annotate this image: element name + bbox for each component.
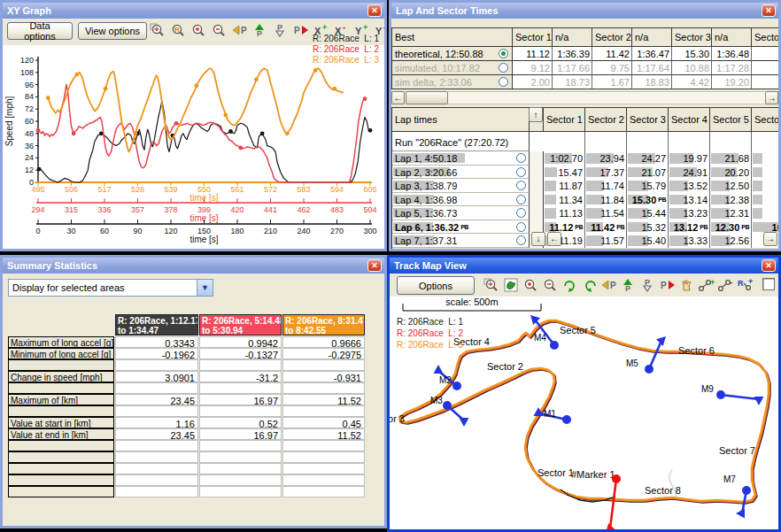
marker-next-icon[interactable]: P [659, 278, 677, 292]
zoom-window-icon[interactable] [150, 23, 167, 37]
scroll-right-icon[interactable]: → [765, 91, 778, 104]
node-delete-icon[interactable]: - [717, 278, 735, 292]
track-marker-blue[interactable] [550, 341, 559, 350]
lap-vscroll-track[interactable] [530, 166, 544, 180]
run-row-label[interactable]: Run "206Race" (27:20.72) [392, 132, 530, 151]
lap-row-radio[interactable] [516, 195, 526, 204]
best-row-label[interactable]: theoretical, 12:50.88 [392, 47, 513, 61]
rotate-ccw-icon[interactable] [581, 278, 599, 292]
marker-add-icon[interactable]: P [620, 278, 638, 292]
track-marker-blue[interactable] [742, 486, 751, 495]
column-header[interactable]: Sector 5 [710, 108, 752, 132]
summary-column-header[interactable]: R: 206Race, 1:12.17to 1:34.47 [115, 314, 198, 335]
marker-prev-icon[interactable]: P [600, 278, 618, 292]
close-icon[interactable] [762, 4, 776, 17]
xy-chart-plot[interactable]: 01224364860728496108120Speed [mph]495506… [3, 45, 384, 249]
zoom-out-icon[interactable] [542, 278, 560, 292]
lap-row-label[interactable]: Lap 7, 1:37.31 [392, 234, 530, 248]
view-options-button[interactable]: View options [78, 22, 147, 40]
svg-text:294: 294 [31, 205, 44, 214]
lap-vscroll-track[interactable] [530, 179, 544, 193]
window-title: Lap And Sector Times [396, 5, 499, 16]
node-add-icon[interactable]: + [698, 278, 715, 292]
track-marker-blue[interactable] [452, 382, 461, 390]
marker-prev-icon[interactable]: P [231, 23, 249, 37]
scroll-left-icon[interactable]: ← [391, 91, 405, 104]
marker-delete-icon[interactable]: P [272, 23, 290, 37]
svg-text:90: 90 [133, 227, 142, 235]
close-icon[interactable] [762, 259, 776, 272]
lap-row-radio[interactable] [516, 235, 526, 245]
best-row-radio[interactable] [499, 77, 508, 87]
column-header[interactable]: Sector 1 [544, 108, 585, 132]
lap-cell-value: 19.97 [669, 151, 709, 164]
scroll-down-icon[interactable]: ↓ [531, 232, 545, 246]
track-marker-red[interactable] [612, 474, 621, 483]
close-icon[interactable] [367, 4, 382, 17]
lap-row-radio[interactable] [516, 222, 526, 232]
scroll-left-icon[interactable]: ← [547, 232, 561, 246]
best-row-label[interactable]: simulated, 10:17.82 [392, 61, 513, 75]
lap-row-label[interactable]: Lap 6, 1:36.32PB [392, 220, 530, 235]
lap-vscroll-track[interactable] [530, 193, 544, 207]
zoom-out-icon[interactable] [211, 23, 228, 37]
column-header[interactable]: Sector 1 [513, 28, 553, 47]
zoom-window-icon[interactable] [483, 278, 501, 292]
lap-row-label[interactable]: Lap 3, 1:38.79 [392, 179, 530, 193]
best-row-label[interactable]: sim delta, 2:33.06 [392, 75, 513, 89]
lap-row-radio[interactable] [516, 208, 526, 218]
zoom-in-icon[interactable] [190, 23, 208, 37]
track-marker-blue[interactable] [562, 415, 571, 424]
options-button[interactable]: Options [397, 276, 475, 295]
pan-icon[interactable] [678, 278, 696, 292]
data-options-button[interactable]: Data options [7, 22, 73, 40]
zoom-track-icon[interactable]: R [170, 23, 188, 37]
column-header[interactable]: Sector 6 [752, 108, 778, 132]
track-map-titlebar[interactable]: Track Map View [390, 258, 778, 274]
lap-vscroll-track[interactable] [530, 151, 544, 166]
summary-column-header[interactable]: R: 206Race, 5:14.48to 5:30.94 [199, 314, 282, 335]
lap-row-radio[interactable] [516, 181, 526, 190]
summary-titlebar[interactable]: Summary Statistics [3, 258, 384, 274]
summary-column-header[interactable]: R: 206Race, 8:31.47to 8:42.55 [282, 314, 365, 335]
marker-add-icon[interactable]: P [251, 23, 269, 37]
marker-delete-icon[interactable]: P [639, 278, 657, 292]
best-hscroll[interactable] [391, 91, 778, 104]
rotate-cw-icon[interactable] [561, 278, 579, 292]
xy-graph-titlebar[interactable]: XY Graph [3, 3, 384, 19]
best-row-radio[interactable] [499, 63, 508, 73]
track-marker-blue[interactable] [716, 390, 725, 399]
overlay-checkbox[interactable] [762, 278, 775, 290]
close-icon[interactable] [367, 259, 382, 272]
lap-row-label[interactable]: Lap 4, 1:36.98 [392, 193, 530, 207]
lap-row-radio[interactable] [516, 153, 526, 163]
lap-row-label[interactable]: Lap 5, 1:36.73 [392, 206, 530, 220]
lap-sector-titlebar[interactable]: Lap And Sector Times [391, 3, 778, 19]
best-hscroll-thumb[interactable] [406, 91, 448, 104]
marker-next-icon[interactable]: P [292, 23, 310, 37]
best-row-radio[interactable] [499, 49, 508, 58]
scroll-up-icon[interactable]: ↑ [529, 107, 543, 122]
track-marker-blue[interactable] [443, 401, 452, 410]
track-marker-blue[interactable] [645, 365, 653, 374]
column-header[interactable]: Best [392, 28, 513, 47]
column-header[interactable]: Sector 4 [669, 108, 710, 132]
svg-text:time [s]: time [s] [189, 235, 218, 244]
column-header[interactable]: Sector 3 [627, 108, 669, 132]
column-header[interactable]: n/a [553, 28, 592, 47]
lap-row-label[interactable]: Lap 1, 4:50.18 [392, 151, 530, 166]
column-header[interactable]: n/a [632, 28, 672, 47]
xy-graph-window: XY Graph Data options View options RPPPP… [0, 0, 387, 251]
lap-row-radio[interactable] [516, 167, 526, 177]
column-header[interactable]: Sector 2 [585, 108, 627, 132]
column-header[interactable]: Sector 3 [672, 28, 712, 47]
zoom-in-icon[interactable] [522, 278, 540, 292]
lap-row-label[interactable]: Lap 2, 3:20.66 [392, 166, 530, 180]
lap-vscroll-track[interactable] [530, 206, 544, 220]
column-header[interactable]: n/a [712, 28, 752, 47]
track-outline-icon[interactable] [503, 278, 521, 292]
column-header[interactable]: Sector 4 [752, 28, 778, 47]
node-insert-icon[interactable]: R+ [737, 278, 754, 292]
column-header[interactable]: Sector 2 [592, 28, 632, 47]
scroll-right-icon[interactable]: → [763, 232, 777, 246]
